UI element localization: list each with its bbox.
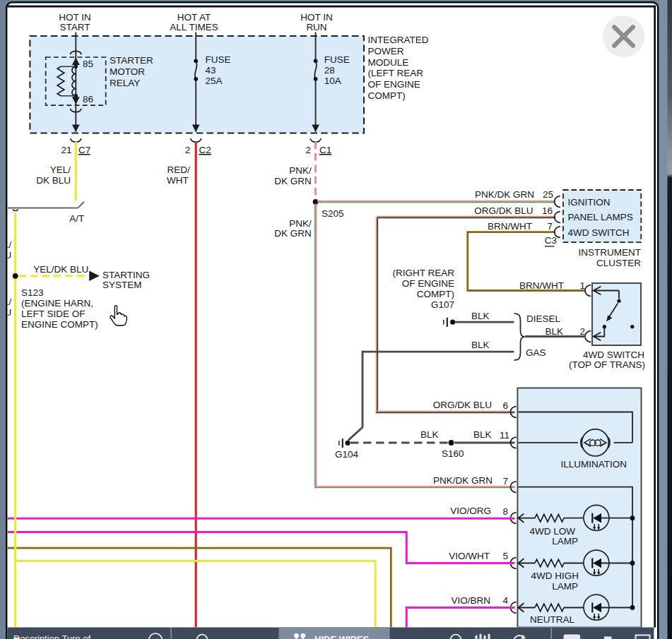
svg-text:(ENGINE HARN,: (ENGINE HARN,	[21, 298, 93, 309]
svg-text:2: 2	[579, 326, 585, 337]
svg-text:MODULE: MODULE	[368, 57, 409, 68]
svg-text:S123: S123	[21, 287, 44, 298]
svg-text:BRN/WHT: BRN/WHT	[488, 221, 532, 232]
svg-text:VIO/WHT: VIO/WHT	[449, 551, 490, 561]
svg-text:4WD LOW: 4WD LOW	[529, 526, 575, 537]
svg-text:LAMP: LAMP	[552, 581, 578, 592]
svg-text:INSTRUMENT: INSTRUMENT	[579, 247, 642, 258]
svg-text:COMPT): COMPT)	[368, 90, 406, 101]
svg-text:1: 1	[579, 280, 585, 291]
svg-text:(LEFT REAR: (LEFT REAR	[368, 68, 424, 78]
svg-text:A/T: A/T	[69, 213, 84, 224]
svg-text:PNK/: PNK/	[289, 218, 312, 229]
svg-text:16: 16	[542, 205, 553, 216]
svg-text:STARTING: STARTING	[102, 270, 150, 280]
svg-text:PNK/: PNK/	[289, 165, 312, 176]
svg-text:FUSE: FUSE	[206, 54, 231, 65]
svg-text:28: 28	[324, 65, 335, 76]
svg-text:DK GRN: DK GRN	[274, 228, 312, 239]
svg-text:G104: G104	[335, 449, 359, 460]
svg-text:RED/: RED/	[167, 165, 191, 175]
svg-text:MOTOR: MOTOR	[110, 66, 145, 77]
svg-text:43: 43	[206, 65, 216, 76]
svg-text:RELAY: RELAY	[110, 78, 140, 88]
svg-text:YEL/DK BLU: YEL/DK BLU	[33, 264, 88, 275]
svg-text:G107: G107	[431, 299, 454, 310]
svg-text:4WD SWITCH: 4WD SWITCH	[583, 350, 644, 360]
svg-text:DIESEL: DIESEL	[526, 313, 561, 324]
svg-text:ENGINE COMPT): ENGINE COMPT)	[21, 319, 98, 330]
svg-text:BLK: BLK	[473, 429, 492, 440]
svg-text:7: 7	[502, 476, 508, 486]
svg-text:ILLUMINATION: ILLUMINATION	[560, 459, 627, 470]
svg-text:BRN/WHT: BRN/WHT	[519, 280, 564, 291]
svg-text:BLK: BLK	[471, 311, 490, 321]
svg-text:INTEGRATED: INTEGRATED	[368, 35, 429, 45]
svg-text:ORG/DK BLU: ORG/DK BLU	[474, 205, 533, 216]
svg-text:7: 7	[547, 221, 553, 232]
svg-text:CLUSTER: CLUSTER	[596, 258, 641, 268]
svg-text:ALL TIMES: ALL TIMES	[170, 22, 218, 32]
svg-text:BLK: BLK	[471, 340, 490, 350]
svg-text:8: 8	[502, 506, 508, 517]
svg-text:OF ENGINE: OF ENGINE	[402, 278, 454, 289]
svg-text:PANEL LAMPS: PANEL LAMPS	[568, 212, 633, 222]
svg-text:4: 4	[502, 595, 508, 606]
svg-text:10A: 10A	[324, 76, 341, 86]
svg-text:85: 85	[83, 59, 93, 69]
svg-text:PNK/DK GRN: PNK/DK GRN	[475, 189, 534, 200]
svg-text:LAMP: LAMP	[552, 536, 578, 547]
svg-text:21: 21	[61, 145, 71, 155]
svg-text:S160: S160	[442, 448, 464, 459]
svg-text:STARTER: STARTER	[110, 55, 153, 66]
svg-text:DK GRN: DK GRN	[274, 176, 312, 186]
svg-text:4WD SWITCH: 4WD SWITCH	[568, 227, 630, 238]
svg-text:C3: C3	[545, 235, 557, 246]
svg-text:C2: C2	[199, 145, 211, 155]
svg-text:Description Turn of: Description Turn of	[13, 633, 90, 639]
svg-text:START: START	[59, 22, 90, 32]
svg-text:VIO/ORG: VIO/ORG	[450, 506, 491, 516]
svg-text:11: 11	[500, 430, 509, 441]
svg-text:25: 25	[543, 189, 553, 200]
svg-text:C1: C1	[319, 145, 331, 155]
svg-text:S205: S205	[322, 208, 344, 219]
svg-text:2: 2	[185, 145, 191, 155]
svg-text:25A: 25A	[206, 76, 223, 86]
svg-text:POWER: POWER	[368, 46, 404, 56]
svg-text:OF ENGINE: OF ENGINE	[368, 79, 420, 90]
svg-text:DK BLU: DK BLU	[36, 175, 71, 186]
svg-text:VIO/BRN: VIO/BRN	[451, 595, 490, 606]
svg-text:RUN: RUN	[306, 22, 326, 32]
svg-text:IGNITION: IGNITION	[568, 197, 611, 208]
svg-text:GAS: GAS	[526, 347, 546, 358]
svg-text:NEUTRAL: NEUTRAL	[530, 614, 575, 625]
svg-text:SYSTEM: SYSTEM	[102, 280, 142, 290]
svg-text:HIDE WIRES: HIDE WIRES	[314, 634, 370, 639]
svg-text:WHT: WHT	[167, 175, 189, 186]
svg-text:COMPT): COMPT)	[417, 289, 454, 299]
svg-text:6: 6	[502, 400, 508, 411]
svg-text:2: 2	[305, 145, 311, 155]
svg-text:4WD HIGH: 4WD HIGH	[531, 571, 579, 581]
svg-text:5: 5	[502, 551, 508, 561]
svg-text:BLK: BLK	[420, 429, 439, 440]
svg-text:(RIGHT REAR: (RIGHT REAR	[392, 268, 454, 278]
svg-text:FUSE: FUSE	[324, 54, 350, 65]
svg-text:LEFT SIDE OF: LEFT SIDE OF	[21, 309, 86, 319]
svg-text:BLK: BLK	[545, 326, 563, 337]
svg-text:YEL/: YEL/	[50, 165, 71, 175]
svg-text:(TOP OF TRANS): (TOP OF TRANS)	[569, 359, 645, 370]
svg-text:86: 86	[83, 94, 93, 104]
svg-text:ORG/DK BLU: ORG/DK BLU	[433, 400, 492, 410]
svg-text:C7: C7	[78, 145, 90, 155]
svg-text:PNK/DK GRN: PNK/DK GRN	[433, 475, 493, 486]
